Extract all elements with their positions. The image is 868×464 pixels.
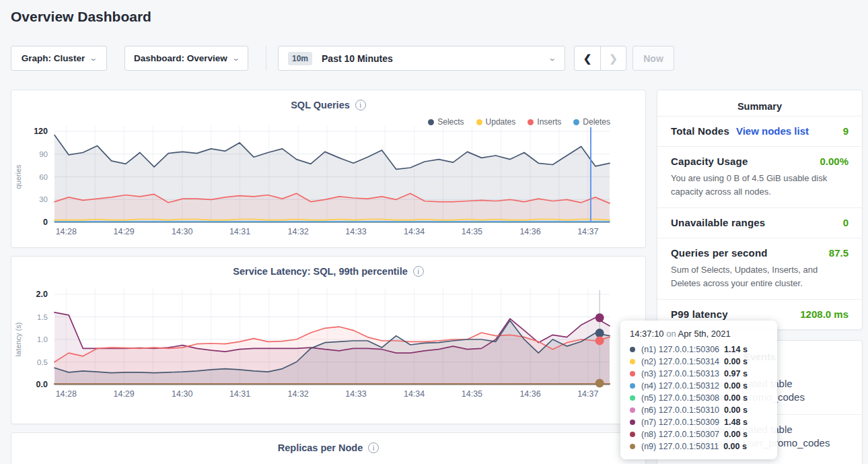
node-address: (n7) 127.0.0.1:50309: [641, 418, 719, 427]
dashboard-controls: Graph: Cluster ⌄ Dashboard: Overview ⌄ 1…: [0, 46, 674, 71]
node-color-dot: [630, 371, 635, 376]
replicas-per-node-chart-title: Replicas per Node: [278, 442, 363, 453]
queries-per-second-value: 87.5: [829, 247, 848, 259]
capacity-usage-label: Capacity Usage: [671, 156, 748, 167]
node-address: (n9) 127.0.0.1:50311: [641, 442, 719, 451]
svg-text:14:34: 14:34: [404, 389, 425, 399]
node-latency-value: 0.00 s: [724, 405, 748, 415]
svg-text:14:32: 14:32: [288, 227, 309, 236]
svg-text:14:29: 14:29: [113, 227, 134, 236]
tooltip-node-row: (n9) 127.0.0.1:503110.00 s: [630, 440, 768, 453]
sql-queries-chart-title: SQL Queries: [291, 100, 350, 110]
time-prev-button[interactable]: ❮: [575, 46, 600, 70]
node-latency-value: 1.48 s: [724, 418, 748, 427]
svg-text:14:36: 14:36: [519, 389, 540, 399]
graph-selector-dropdown[interactable]: Graph: Cluster ⌄: [11, 46, 107, 71]
svg-text:14:33: 14:33: [345, 227, 366, 236]
svg-text:14:28: 14:28: [56, 389, 77, 399]
legend-label: Inserts: [537, 117, 561, 127]
unavailable-ranges-value: 0: [843, 217, 848, 228]
unavailable-ranges-label: Unavailable ranges: [671, 217, 765, 228]
svg-text:1.5: 1.5: [37, 313, 48, 321]
chevron-down-icon: ⌄: [89, 54, 98, 63]
node-color-dot: [630, 383, 635, 389]
chart-hover-tooltip: 14:37:10 on Apr 5th, 2021 (n1) 127.0.0.1…: [620, 321, 777, 459]
page-title: Overview Dashboard: [11, 9, 151, 25]
svg-text:0.0: 0.0: [36, 380, 48, 389]
time-next-button[interactable]: ❯: [600, 46, 626, 70]
svg-text:14:30: 14:30: [172, 389, 192, 399]
summary-row-capacity: Capacity Usage 0.00% You are using 0 B o…: [657, 146, 862, 207]
tooltip-node-row: (n2) 127.0.0.1:503140.00 s: [630, 356, 768, 368]
node-color-dot: [630, 347, 635, 352]
node-color-dot: [630, 420, 635, 425]
svg-text:14:28: 14:28: [56, 227, 77, 236]
node-address: (n5) 127.0.0.1:50308: [641, 393, 719, 403]
svg-text:14:30: 14:30: [172, 227, 192, 236]
controls-divider: [266, 46, 266, 71]
node-color-dot: [630, 432, 635, 437]
legend-item-updates[interactable]: Updates: [476, 117, 516, 127]
node-latency-value: 1.14 s: [724, 345, 748, 354]
node-color-dot: [630, 407, 635, 413]
sql-queries-chart-plot[interactable]: 030609012014:2814:2914:3014:3114:3214:33…: [11, 120, 647, 241]
tooltip-node-row: (n5) 127.0.0.1:503080.00 s: [630, 392, 768, 404]
queries-per-second-label: Queries per second: [671, 247, 768, 259]
svg-text:2.0: 2.0: [36, 290, 48, 299]
total-nodes-value: 9: [843, 125, 848, 137]
svg-text:14:31: 14:31: [229, 227, 250, 236]
legend-label: Updates: [486, 117, 516, 127]
total-nodes-label: Total Nodes: [671, 125, 729, 137]
dashboard-selector-dropdown[interactable]: Dashboard: Overview ⌄: [124, 46, 248, 71]
charts-column: SQL Queries i Selects Updates Inserts: [11, 90, 646, 464]
legend-item-deletes[interactable]: Deletes: [573, 117, 610, 127]
deletes-series-dot: [573, 119, 579, 125]
node-latency-value: 0.00 s: [724, 357, 748, 366]
summary-panel-title: Summary: [657, 90, 862, 116]
chevron-down-icon: ⌄: [231, 54, 240, 63]
svg-text:14:37: 14:37: [577, 389, 598, 399]
svg-text:0: 0: [43, 218, 48, 227]
selects-series-dot: [428, 119, 434, 125]
legend-item-inserts[interactable]: Inserts: [528, 117, 561, 127]
time-step-buttons: ❮ ❯: [574, 46, 626, 71]
view-nodes-list-link[interactable]: View nodes list: [736, 125, 809, 137]
chevron-down-icon: ⌄: [548, 54, 556, 63]
service-latency-chart-plot[interactable]: 0.00.51.01.52.014:2814:2914:3014:3114:32…: [11, 277, 647, 405]
summary-row-unavailable-ranges: Unavailable ranges 0: [657, 207, 862, 238]
node-latency-value: 0.00 s: [724, 393, 748, 403]
svg-text:latency (s): latency (s): [14, 323, 22, 357]
now-button[interactable]: Now: [632, 46, 674, 71]
svg-text:14:36: 14:36: [519, 227, 540, 236]
svg-text:14:35: 14:35: [462, 227, 482, 236]
dashboard-selector-label: Dashboard: Overview: [134, 53, 227, 63]
service-latency-chart-title: Service Latency: SQL, 99th percentile: [233, 266, 408, 277]
info-icon[interactable]: i: [355, 100, 366, 110]
capacity-usage-description: You are using 0 B of 4.5 GiB usable disk…: [671, 172, 848, 198]
tooltip-node-row: (n1) 127.0.0.1:503061.14 s: [630, 343, 768, 356]
svg-text:14:37: 14:37: [577, 227, 598, 236]
node-latency-value: 0.00 s: [724, 430, 748, 439]
info-icon[interactable]: i: [413, 266, 424, 277]
tooltip-timestamp: 14:37:10 on Apr 5th, 2021: [630, 329, 768, 339]
node-color-dot: [630, 395, 635, 401]
legend-item-selects[interactable]: Selects: [428, 117, 464, 127]
svg-text:14:29: 14:29: [113, 389, 134, 399]
node-color-dot: [630, 359, 635, 364]
time-window-dropdown[interactable]: 10m Past 10 Minutes ⌄: [278, 46, 565, 71]
node-address: (n6) 127.0.0.1:50310: [641, 405, 719, 415]
svg-text:0.5: 0.5: [37, 358, 48, 366]
svg-text:1.0: 1.0: [37, 335, 48, 343]
summary-row-qps: Queries per second 87.5 Sum of Selects, …: [657, 238, 862, 299]
node-address: (n3) 127.0.0.1:50313: [641, 369, 719, 378]
summary-panel: Summary Total Nodes View nodes list 9 Ca…: [657, 90, 863, 330]
info-icon[interactable]: i: [368, 442, 379, 453]
node-color-dot: [630, 444, 635, 449]
node-latency-value: 0.97 s: [724, 369, 748, 378]
svg-text:14:31: 14:31: [229, 389, 250, 399]
node-latency-value: 0.00 s: [723, 442, 747, 451]
node-address: (n4) 127.0.0.1:50312: [641, 381, 719, 391]
sql-queries-chart-panel: SQL Queries i Selects Updates Inserts: [11, 90, 646, 248]
node-address: (n8) 127.0.0.1:50307: [641, 430, 719, 439]
tooltip-node-row: (n7) 127.0.0.1:503091.48 s: [630, 416, 768, 428]
